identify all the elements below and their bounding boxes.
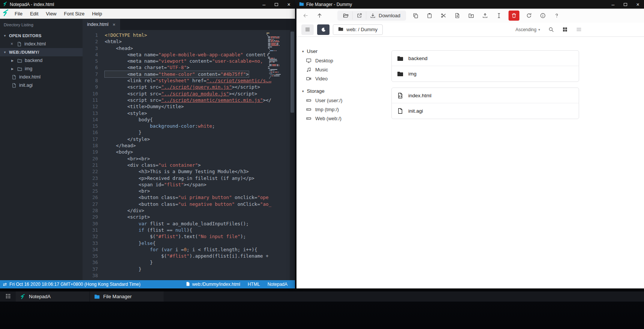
menu-item-view[interactable]: View	[42, 9, 60, 18]
close-editor-icon[interactable]: ×	[11, 41, 14, 47]
paste-button[interactable]	[425, 12, 434, 20]
close-button[interactable]: ×	[283, 0, 295, 9]
line-number: 27	[83, 201, 98, 207]
close-button[interactable]: ×	[632, 0, 644, 9]
code-line: background-color:white;	[105, 123, 295, 129]
open-button[interactable]	[339, 12, 352, 20]
taskbar-item-notepada[interactable]: NotepadA	[16, 291, 89, 302]
file-tree: ▶backend▶imgindex.htmlinit.agi	[0, 56, 83, 89]
sidebar-item-desktop[interactable]: Desktop	[302, 56, 378, 65]
up-button[interactable]	[315, 12, 324, 20]
restore-button[interactable]	[619, 0, 632, 9]
menu-item-help[interactable]: Help	[88, 9, 106, 18]
text-cursor-icon	[496, 13, 502, 18]
code-line	[105, 272, 295, 279]
code-line: <div class="ui container">	[105, 162, 295, 168]
sidebar-item-label: User (user:/)	[315, 98, 342, 103]
scrollbar-thumb[interactable]	[290, 32, 294, 113]
line-number: 1	[83, 32, 98, 38]
download-label: Download	[379, 13, 400, 18]
open-external-button[interactable]	[352, 12, 366, 20]
code-line: <script src="../script/ao_module.js"></s…	[105, 91, 295, 97]
file-manager-sidebar: ▾UserDesktopMusicVideo▾StorageUser (user…	[296, 37, 381, 288]
back-button[interactable]	[301, 12, 310, 20]
menu-item-file[interactable]: File	[11, 9, 26, 18]
code-line: }	[105, 259, 295, 266]
tree-item-img[interactable]: ▶img	[0, 65, 83, 73]
file-manager-titlebar[interactable]: File Manager - Dummy – ×	[296, 0, 644, 9]
taskbar-item-file-manager[interactable]: File Manager	[90, 291, 164, 302]
copy-button[interactable]	[411, 12, 420, 20]
sidebar-item-music[interactable]: Music	[302, 65, 378, 74]
list-view-button[interactable]	[573, 24, 584, 35]
menu-button[interactable]	[301, 24, 314, 35]
new-folder-button[interactable]	[467, 12, 475, 20]
chevron-right-icon: ▶	[11, 59, 15, 62]
code-line: <br><br>	[105, 155, 295, 162]
help-button[interactable]	[552, 12, 561, 20]
chevron-down-icon: ▾	[302, 89, 304, 93]
menu-item-font-size[interactable]: Font Size	[60, 9, 88, 18]
tree-item-init-agi[interactable]: init.agi	[0, 81, 83, 89]
sidebar-item-label: Music	[315, 67, 328, 72]
file-name: init.agi	[408, 108, 423, 114]
tab-index-html[interactable]: index.html ×	[83, 19, 120, 30]
file-list-area[interactable]: backendimgindex.htmlinit.agi	[381, 37, 644, 288]
sidebar-section-header-storage[interactable]: ▾Storage	[302, 86, 378, 96]
line-number: 34	[83, 246, 98, 253]
sidebar-item-video[interactable]: Video	[302, 74, 378, 83]
minimize-button[interactable]: –	[607, 0, 619, 9]
file-row-init-agi[interactable]: init.agi	[392, 103, 579, 119]
workspace-label: WEB:/DUMMY/	[9, 50, 39, 54]
tree-item-label: backend	[25, 58, 42, 63]
sidebar-item-label: Desktop	[315, 58, 333, 63]
sidebar-item-user-user-[interactable]: User (user:/)	[302, 96, 378, 105]
status-language[interactable]: HTML	[248, 282, 260, 287]
sidebar-item-label: Web (web:/)	[315, 116, 342, 121]
tree-item-backend[interactable]: ▶backend	[0, 56, 83, 65]
line-number: 31	[83, 227, 98, 233]
rename-button[interactable]	[495, 12, 503, 20]
menu-item-edit[interactable]: Edit	[26, 9, 42, 18]
line-number: 13	[83, 110, 98, 116]
chevron-down-icon: ▾	[538, 28, 540, 32]
status-filepath: web:/Dummy/index.html	[192, 282, 240, 287]
copy-icon	[413, 13, 418, 18]
dark-mode-button[interactable]	[317, 24, 330, 35]
close-tab-icon[interactable]: ×	[113, 22, 116, 27]
info-button[interactable]	[539, 12, 547, 20]
sidebar-item-tmp-tmp-[interactable]: tmp (tmp:/)	[302, 105, 378, 114]
status-datetime: Fri Oct 16 2020 18:06:17 GMT+0800 (Hong …	[9, 282, 140, 287]
file-row-img[interactable]: img	[392, 66, 579, 81]
file-group: backendimg	[391, 50, 579, 82]
app-launcher-button[interactable]	[0, 291, 16, 302]
search-button[interactable]	[546, 24, 556, 35]
workspace-root[interactable]: ▼ WEB:/DUMMY/	[0, 48, 83, 56]
new-file-button[interactable]	[453, 12, 462, 20]
grid-view-button[interactable]	[560, 24, 570, 35]
line-number: 36	[83, 259, 98, 266]
editor-scrollbar[interactable]	[290, 30, 295, 280]
download-button[interactable]: Download	[366, 12, 404, 20]
refresh-button[interactable]	[525, 12, 533, 20]
breadcrumb[interactable]: web: / Dummy	[333, 24, 383, 35]
code-editor[interactable]: 1234567891011121314151617181920212223242…	[83, 30, 295, 280]
notepada-titlebar[interactable]: NotepadA - index.html – ×	[0, 0, 295, 9]
file-row-index-html[interactable]: index.html	[392, 88, 579, 103]
upload-button[interactable]	[481, 12, 489, 20]
open-editor-item[interactable]: ×index.html	[0, 40, 83, 48]
desktop-icon	[306, 58, 311, 63]
tree-item-index-html[interactable]: index.html	[0, 73, 83, 81]
delete-button[interactable]	[509, 11, 519, 21]
restore-icon	[624, 3, 627, 6]
sort-order-dropdown[interactable]: Ascending ▾	[515, 27, 542, 32]
minimize-button[interactable]: –	[258, 0, 270, 9]
sidebar-item-web-web-[interactable]: Web (web:/)	[302, 114, 378, 123]
restore-button[interactable]	[270, 0, 283, 9]
sidebar-section-header-user[interactable]: ▾User	[302, 47, 378, 56]
file-row-backend[interactable]: backend	[392, 51, 579, 66]
minimap[interactable]	[266, 32, 287, 81]
moon-icon	[321, 27, 326, 32]
open-editors-section[interactable]: ▼ OPEN EDITORS	[0, 32, 83, 40]
cut-button[interactable]	[439, 12, 448, 20]
